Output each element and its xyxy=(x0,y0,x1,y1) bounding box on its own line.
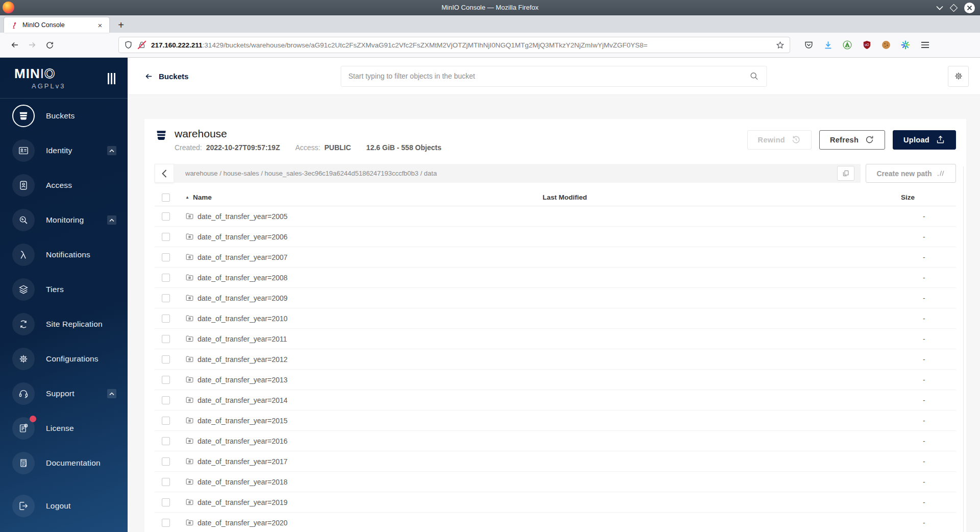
url-text[interactable]: 217.160.222.211:31429/buckets/warehouse/… xyxy=(151,41,771,49)
create-new-path-button[interactable]: Create new path xyxy=(866,164,956,183)
insecure-connection-lock-icon[interactable] xyxy=(137,40,146,50)
object-name-label[interactable]: date_of_transfer_year=2015 xyxy=(198,417,287,425)
row-checkbox[interactable] xyxy=(162,335,170,343)
row-checkbox[interactable] xyxy=(162,355,170,364)
sidebar-item-logout[interactable]: Logout xyxy=(0,489,128,523)
table-row[interactable]: date_of_transfer_year=2011 - xyxy=(155,329,956,349)
object-name-label[interactable]: date_of_transfer_year=2018 xyxy=(198,478,287,486)
privacy-badger-icon[interactable] xyxy=(842,39,853,51)
sidebar-item-identity[interactable]: Identity xyxy=(0,133,128,168)
access-value[interactable]: PUBLIC xyxy=(324,143,351,152)
bookmark-star-icon[interactable] xyxy=(776,41,785,50)
row-checkbox[interactable] xyxy=(162,212,170,221)
table-row[interactable]: date_of_transfer_year=2019 - xyxy=(155,492,956,513)
breadcrumb[interactable]: warehouse / house-sales / house_sales-3e… xyxy=(185,170,437,177)
row-checkbox[interactable] xyxy=(162,519,170,527)
refresh-button[interactable]: Refresh xyxy=(819,130,885,150)
sidebar-item-tiers[interactable]: Tiers xyxy=(0,272,128,307)
sidebar-item-access[interactable]: Access xyxy=(0,168,128,203)
sidebar-item-buckets[interactable]: Buckets xyxy=(0,99,128,133)
sidebar-item-license[interactable]: License xyxy=(0,411,128,446)
object-name-label[interactable]: date_of_transfer_year=2010 xyxy=(198,315,287,323)
column-size[interactable]: Size xyxy=(900,194,956,201)
object-name-label[interactable]: date_of_transfer_year=2011 xyxy=(198,335,287,343)
upload-button[interactable]: Upload xyxy=(893,130,956,150)
table-row[interactable]: date_of_transfer_year=2018 - xyxy=(155,472,956,492)
search-input[interactable] xyxy=(349,72,749,80)
row-checkbox[interactable] xyxy=(162,315,170,323)
sidebar-item-monitoring[interactable]: Monitoring xyxy=(0,203,128,237)
row-checkbox[interactable] xyxy=(162,498,170,506)
identity-collapse-chevron-icon[interactable] xyxy=(107,146,116,155)
row-checkbox[interactable] xyxy=(162,376,170,384)
column-last-modified[interactable]: Last Modified xyxy=(543,194,900,201)
row-checkbox[interactable] xyxy=(162,233,170,241)
row-checkbox[interactable] xyxy=(162,274,170,282)
window-minimize-icon[interactable] xyxy=(936,6,943,10)
table-row[interactable]: date_of_transfer_year=2008 - xyxy=(155,268,956,288)
path-back-button[interactable] xyxy=(155,164,174,183)
table-row[interactable]: date_of_transfer_year=2006 - xyxy=(155,227,956,247)
pocket-icon[interactable] xyxy=(803,39,814,51)
extension-pinwheel-icon[interactable] xyxy=(900,39,911,51)
tab-close-icon[interactable]: × xyxy=(95,20,105,30)
sidebar-item-configurations[interactable]: Configurations xyxy=(0,342,128,376)
settings-gear-button[interactable] xyxy=(948,66,969,87)
object-name-label[interactable]: date_of_transfer_year=2012 xyxy=(198,355,287,364)
sidebar-item-site-replication[interactable]: Site Replication xyxy=(0,307,128,342)
row-checkbox[interactable] xyxy=(162,294,170,302)
window-maximize-icon[interactable] xyxy=(950,4,958,12)
object-name-label[interactable]: date_of_transfer_year=2020 xyxy=(198,519,287,527)
download-icon[interactable] xyxy=(822,39,834,51)
table-row[interactable]: date_of_transfer_year=2014 - xyxy=(155,390,956,410)
column-name[interactable]: ▲ Name xyxy=(177,194,543,201)
cookie-icon[interactable] xyxy=(880,39,892,51)
object-name-label[interactable]: date_of_transfer_year=2009 xyxy=(198,294,287,302)
sidebar-item-support[interactable]: Support xyxy=(0,376,128,411)
row-checkbox[interactable] xyxy=(162,457,170,466)
scrollbar-rail[interactable] xyxy=(963,166,964,532)
table-row[interactable]: date_of_transfer_year=2020 - xyxy=(155,513,956,532)
table-row[interactable]: date_of_transfer_year=2005 - xyxy=(155,206,956,227)
object-name-label[interactable]: date_of_transfer_year=2008 xyxy=(198,274,287,282)
table-row[interactable]: date_of_transfer_year=2009 - xyxy=(155,288,956,308)
copy-path-button[interactable] xyxy=(837,166,854,181)
row-checkbox[interactable] xyxy=(162,437,170,445)
rewind-button[interactable]: Rewind xyxy=(747,130,812,150)
object-name-label[interactable]: date_of_transfer_year=2005 xyxy=(198,212,287,221)
monitoring-collapse-chevron-icon[interactable] xyxy=(107,215,116,225)
row-checkbox[interactable] xyxy=(162,478,170,486)
select-all-checkbox[interactable] xyxy=(162,194,170,202)
browser-tab-minio-console[interactable]: MinIO Console × xyxy=(4,17,109,33)
row-checkbox[interactable] xyxy=(162,417,170,425)
sidebar-collapse-icon[interactable] xyxy=(108,73,115,84)
row-checkbox[interactable] xyxy=(162,396,170,404)
object-name-label[interactable]: date_of_transfer_year=2006 xyxy=(198,233,287,241)
forward-button[interactable] xyxy=(23,37,41,53)
table-row[interactable]: date_of_transfer_year=2016 - xyxy=(155,431,956,451)
row-checkbox[interactable] xyxy=(162,253,170,261)
object-name-label[interactable]: date_of_transfer_year=2014 xyxy=(198,396,287,404)
object-name-label[interactable]: date_of_transfer_year=2017 xyxy=(198,457,287,466)
object-name-label[interactable]: date_of_transfer_year=2007 xyxy=(198,253,287,261)
table-row[interactable]: date_of_transfer_year=2012 - xyxy=(155,349,956,370)
sidebar-item-documentation[interactable]: Documentation xyxy=(0,446,128,480)
reload-button[interactable] xyxy=(41,37,58,53)
url-bar[interactable]: 217.160.222.211:31429/buckets/warehouse/… xyxy=(118,37,790,53)
tracking-protection-shield-icon[interactable] xyxy=(124,40,133,50)
object-name-label[interactable]: date_of_transfer_year=2016 xyxy=(198,437,287,445)
table-row[interactable]: date_of_transfer_year=2015 - xyxy=(155,410,956,431)
back-button[interactable] xyxy=(6,37,23,53)
table-row[interactable]: date_of_transfer_year=2013 - xyxy=(155,370,956,390)
object-name-label[interactable]: date_of_transfer_year=2013 xyxy=(198,376,287,384)
new-tab-button[interactable]: + xyxy=(113,17,129,33)
ublock-origin-icon[interactable]: uO xyxy=(861,39,872,51)
table-row[interactable]: date_of_transfer_year=2007 - xyxy=(155,247,956,268)
support-collapse-chevron-icon[interactable] xyxy=(107,389,116,398)
table-row[interactable]: date_of_transfer_year=2017 - xyxy=(155,451,956,472)
sidebar-item-notifications[interactable]: Notifications xyxy=(0,237,128,272)
table-row[interactable]: date_of_transfer_year=2010 - xyxy=(155,308,956,329)
object-name-label[interactable]: date_of_transfer_year=2019 xyxy=(198,498,287,506)
back-to-buckets-link[interactable]: Buckets xyxy=(144,72,188,81)
window-close-icon[interactable] xyxy=(964,3,975,13)
